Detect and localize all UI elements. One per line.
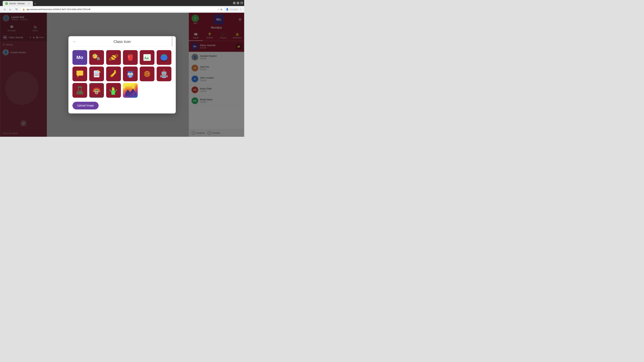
svg-rect-22	[94, 75, 96, 76]
close-window-button[interactable]: ✕	[240, 2, 243, 4]
svg-point-1	[97, 55, 98, 56]
icon-grid: Mo	[68, 47, 176, 101]
svg-point-65	[96, 92, 96, 93]
icon-saxophone[interactable]	[106, 66, 121, 81]
icon-alphabet[interactable]: Aa	[140, 50, 154, 65]
svg-rect-18	[94, 71, 98, 73]
svg-point-66	[97, 92, 98, 93]
active-tab[interactable]: S Journal - Seesaw ✕	[3, 1, 33, 6]
mo-text: Mo	[76, 55, 83, 60]
icon-robot[interactable]	[157, 66, 172, 81]
new-tab-button[interactable]: +	[33, 1, 38, 6]
svg-point-67	[96, 93, 97, 93]
upload-image-button[interactable]: Upload Image	[72, 102, 98, 109]
svg-point-80	[132, 87, 134, 88]
maximize-button[interactable]	[237, 2, 239, 4]
svg-point-30	[114, 71, 115, 72]
scroll-bar	[172, 36, 172, 46]
svg-rect-54	[160, 75, 162, 77]
svg-rect-56	[78, 87, 82, 87]
svg-point-27	[110, 75, 112, 77]
svg-rect-21	[98, 73, 98, 75]
landscape-svg	[125, 85, 135, 95]
svg-point-75	[116, 89, 117, 90]
forward-button[interactable]: ▶	[8, 7, 13, 12]
saxophone-svg	[108, 69, 118, 79]
bookmark-icon[interactable]: ☆	[218, 8, 220, 11]
svg-point-58	[80, 91, 81, 92]
tab-favicon: S	[5, 2, 8, 5]
basketball-svg	[142, 69, 152, 79]
svg-point-77	[113, 94, 115, 95]
svg-point-48	[164, 70, 164, 70]
modal-back-button[interactable]: ←	[72, 39, 77, 44]
url-display: app.seesaw.me/#/class/class.e01bf4c2-9a2…	[26, 8, 90, 10]
incognito-badge: Incognito	[230, 8, 238, 10]
svg-point-29	[114, 72, 114, 73]
scroll-indicator	[172, 36, 172, 46]
svg-text:Aa: Aa	[144, 56, 148, 60]
icon-owl[interactable]	[123, 66, 138, 81]
icon-landscape[interactable]	[123, 83, 138, 98]
icon-planet[interactable]	[106, 50, 121, 65]
speech-bubble-svg	[75, 69, 85, 79]
icon-mo-text[interactable]: Mo	[72, 50, 87, 65]
svg-line-72	[114, 87, 114, 88]
icon-apple[interactable]	[123, 50, 138, 65]
browser-right-icons: 👤 Incognito ⋮	[226, 8, 242, 11]
svg-point-3	[94, 54, 95, 55]
minimize-button[interactable]	[233, 2, 236, 4]
modal-overlay[interactable]: ← Class Icon Mo	[0, 13, 244, 137]
icon-globe[interactable]	[157, 50, 172, 65]
extensions-icon[interactable]: ⊕	[220, 8, 222, 11]
tab-close-button[interactable]: ✕	[28, 2, 30, 5]
menu-icon[interactable]: ⋮	[240, 8, 242, 11]
svg-rect-53	[164, 76, 165, 77]
reload-button[interactable]: ↻	[14, 7, 19, 12]
address-bar[interactable]: 🔒 app.seesaw.me/#/class/class.e01bf4c2-9…	[20, 7, 224, 12]
icon-paint-palette[interactable]	[89, 50, 104, 65]
icon-beaker[interactable]	[72, 83, 87, 98]
svg-point-41	[129, 75, 132, 78]
svg-rect-20	[96, 73, 97, 75]
owl-svg	[125, 69, 135, 79]
svg-point-76	[111, 94, 113, 95]
beaker-svg	[75, 85, 85, 95]
planet-svg	[108, 52, 118, 62]
browser-tabs: S Journal - Seesaw ✕ +	[3, 0, 232, 6]
profile-icon[interactable]: 👤	[226, 8, 228, 10]
class-icon-modal: ← Class Icon Mo	[68, 36, 176, 113]
browser-chrome: S Journal - Seesaw ✕ + ✕	[0, 0, 244, 6]
svg-rect-19	[94, 73, 96, 75]
icon-rainbow-bear[interactable]	[89, 83, 104, 98]
svg-rect-24	[98, 75, 98, 76]
svg-point-64	[97, 91, 98, 92]
svg-rect-51	[162, 75, 166, 78]
alien-svg	[108, 85, 118, 95]
svg-rect-55	[166, 75, 168, 77]
svg-point-74	[110, 89, 110, 90]
globe-svg	[159, 52, 169, 62]
alphabet-svg: Aa	[142, 52, 152, 62]
svg-point-28	[112, 73, 113, 74]
icon-tools[interactable]	[89, 66, 104, 81]
icon-basketball[interactable]	[140, 66, 154, 81]
address-bar-icons: ☆ ⊕	[218, 8, 222, 11]
svg-point-2	[96, 54, 97, 55]
rainbow-bear-svg	[92, 85, 102, 95]
tools-svg	[92, 69, 102, 79]
paint-palette-svg	[92, 52, 102, 62]
tab-title: Journal - Seesaw	[9, 2, 25, 5]
svg-point-4	[93, 56, 94, 57]
svg-rect-23	[96, 75, 97, 76]
svg-rect-52	[163, 76, 164, 77]
address-bar-row: ◀ ▶ ↻ 🔒 app.seesaw.me/#/class/class.e01b…	[0, 6, 244, 13]
icon-alien[interactable]	[106, 83, 121, 98]
svg-rect-50	[163, 74, 165, 74]
icon-speech-bubble[interactable]	[72, 66, 87, 81]
back-button[interactable]: ◀	[2, 7, 7, 12]
incognito-label: Incognito	[230, 8, 238, 10]
modal-header: ← Class Icon	[68, 36, 176, 47]
modal-title: Class Icon	[114, 39, 131, 44]
svg-point-59	[81, 92, 82, 93]
